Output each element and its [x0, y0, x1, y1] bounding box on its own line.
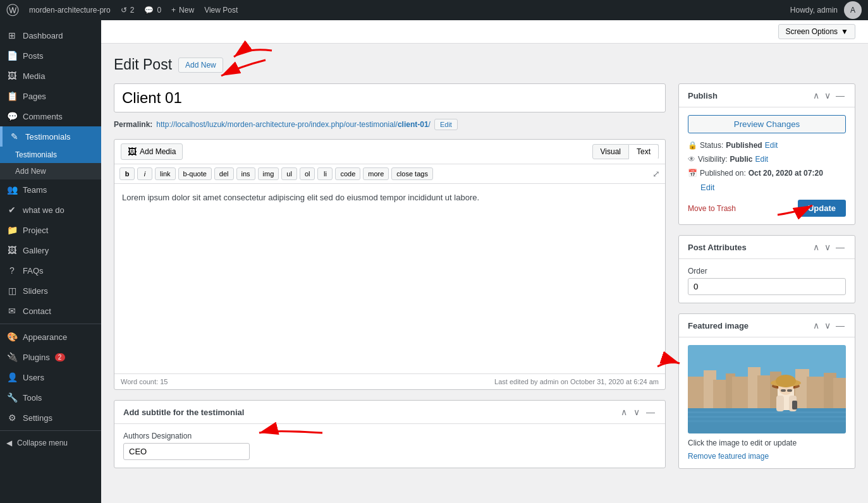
tab-visual[interactable]: Visual: [592, 144, 629, 159]
sidebar-item-dashboard[interactable]: ⊞ Dashboard: [0, 25, 101, 45]
move-to-trash-link[interactable]: Move to Trash: [688, 204, 736, 213]
toolbar-code[interactable]: code: [335, 167, 360, 180]
preview-changes-button[interactable]: Preview Changes: [688, 115, 846, 133]
publish-box-title: Publish: [688, 91, 718, 100]
update-button[interactable]: Update: [798, 200, 846, 217]
subtitle-close[interactable]: —: [645, 407, 656, 417]
permalink-url[interactable]: http://localhost/luzuk/morden-architectu…: [156, 120, 431, 129]
editor-body[interactable]: Lorem ipsum dolor sit amet consectetur a…: [114, 184, 665, 373]
toolbar-more[interactable]: more: [363, 167, 389, 180]
attributes-collapse-up[interactable]: ∧: [812, 242, 821, 252]
columns-layout: Permalink: http://localhost/luzuk/morden…: [114, 83, 855, 479]
users-icon: 👤: [6, 372, 18, 382]
sidebar-item-project[interactable]: 📁 Project: [0, 220, 101, 240]
toolbar-del[interactable]: del: [214, 167, 234, 180]
published-edit-link[interactable]: Edit: [700, 183, 714, 192]
sidebar-item-testimonials[interactable]: ✎ Testimonials: [0, 126, 101, 147]
visibility-value: Public: [730, 155, 752, 164]
sidebar-item-comments[interactable]: 💬 Comments: [0, 106, 101, 126]
visibility-row: 👁 Visibility: Public Edit: [688, 155, 846, 164]
post-attributes-box: Post Attributes ∧ ∨ — Order: [678, 235, 855, 303]
media-upload-icon: 🖼: [128, 147, 137, 157]
submenu-item-testimonials[interactable]: Testimonials: [0, 147, 101, 163]
permalink-edit-button[interactable]: Edit: [434, 119, 458, 130]
sidebar-item-gallery[interactable]: 🖼 Gallery: [0, 240, 101, 260]
toolbar-ul[interactable]: ul: [281, 167, 297, 180]
attributes-close[interactable]: —: [834, 242, 846, 252]
screen-options-bar: Screen Options ▼: [101, 20, 868, 44]
sidebar-item-sliders[interactable]: ◫ Sliders: [0, 281, 101, 301]
add-new-button[interactable]: Add New: [178, 58, 223, 73]
sidebar-item-users[interactable]: 👤 Users: [0, 367, 101, 387]
authors-designation-input[interactable]: [123, 443, 250, 460]
what-we-do-icon: ✔: [6, 205, 18, 215]
toolbar-expand-icon[interactable]: ⤢: [652, 169, 660, 179]
remove-featured-image-link[interactable]: Remove featured image: [688, 452, 769, 461]
publish-box-controls: ∧ ∨ —: [812, 90, 846, 100]
toolbar-li[interactable]: li: [317, 167, 333, 180]
gallery-icon: 🖼: [6, 245, 18, 255]
publish-box: Publish ∧ ∨ — Preview Changes 🔒 S: [678, 83, 855, 225]
revisions-link[interactable]: ↺ 2: [121, 6, 135, 15]
toolbar-close-tags[interactable]: close tags: [391, 167, 433, 180]
sidebar-item-what-we-do[interactable]: ✔ what we do: [0, 200, 101, 220]
visual-text-tabs: Visual Text: [592, 144, 659, 159]
featured-image-thumbnail[interactable]: [688, 345, 846, 433]
featured-image-body: Click the image to edit or update Remove…: [679, 337, 855, 468]
main-column: Permalink: http://localhost/luzuk/morden…: [114, 83, 666, 479]
toolbar-bquote[interactable]: b-quote: [178, 167, 212, 180]
testimonials-icon: ✎: [9, 131, 20, 142]
publish-actions: Move to Trash Update: [688, 200, 846, 217]
sidebar-item-contact[interactable]: ✉ Contact: [0, 301, 101, 321]
featured-close[interactable]: —: [834, 320, 846, 330]
view-post-link[interactable]: View Post: [204, 6, 238, 15]
publish-collapse-down[interactable]: ∨: [823, 90, 832, 100]
sidebar-item-tools[interactable]: 🔧 Tools: [0, 387, 101, 408]
attributes-collapse-down[interactable]: ∨: [823, 242, 832, 252]
visibility-label: Visibility:: [698, 155, 727, 164]
screen-options-button[interactable]: Screen Options ▼: [778, 24, 855, 39]
sidebar-item-posts[interactable]: 📄 Posts: [0, 45, 101, 66]
toolbar-ol[interactable]: ol: [300, 167, 315, 180]
toolbar-link[interactable]: link: [155, 167, 176, 180]
sidebar-item-appearance[interactable]: 🎨 Appearance: [0, 327, 101, 347]
submenu-item-add-new[interactable]: Add New: [0, 163, 101, 179]
howdy-label: Howdy, admin: [790, 6, 838, 15]
comments-menu-icon: 💬: [6, 111, 18, 121]
tab-text[interactable]: Text: [629, 144, 659, 159]
faqs-icon: ?: [6, 265, 18, 276]
order-input[interactable]: [688, 278, 846, 295]
subtitle-collapse-up[interactable]: ∧: [620, 407, 628, 417]
post-title-input[interactable]: [114, 83, 666, 112]
site-name[interactable]: morden-architecture-pro: [29, 6, 111, 15]
toolbar-img[interactable]: img: [258, 167, 279, 180]
svg-rect-15: [688, 411, 846, 413]
toolbar-bold[interactable]: b: [119, 167, 135, 180]
visibility-edit-link[interactable]: Edit: [755, 155, 768, 164]
toolbar-ins[interactable]: ins: [236, 167, 255, 180]
featured-collapse-up[interactable]: ∧: [812, 320, 821, 330]
sidebar-item-pages[interactable]: 📋 Pages: [0, 86, 101, 106]
meta-box-controls: ∧ ∨ —: [620, 407, 656, 417]
revisions-icon: ↺: [121, 6, 127, 15]
sidebar-item-media[interactable]: 🖼 Media: [0, 66, 101, 86]
subtitle-collapse-down[interactable]: ∨: [632, 407, 641, 417]
sidebar-item-faqs[interactable]: ? FAQs: [0, 260, 101, 281]
featured-collapse-down[interactable]: ∨: [823, 320, 832, 330]
comments-link[interactable]: 💬 0: [144, 6, 161, 15]
publish-close[interactable]: —: [834, 90, 846, 100]
sidebar-item-settings[interactable]: ⚙ Settings: [0, 408, 101, 428]
order-label: Order: [688, 267, 846, 276]
sidebar-item-teams[interactable]: 👥 Teams: [0, 179, 101, 200]
new-post-link[interactable]: + New: [171, 6, 194, 15]
status-icon: 🔒: [688, 141, 697, 150]
publish-collapse-up[interactable]: ∧: [812, 90, 821, 100]
status-edit-link[interactable]: Edit: [765, 141, 778, 150]
collapse-menu-item[interactable]: ◀ Collapse menu: [0, 433, 101, 452]
subtitle-meta-box-header[interactable]: Add subtitle for the testimonial ∧ ∨ —: [114, 401, 665, 424]
sidebar-item-plugins[interactable]: 🔌 Plugins 2: [0, 347, 101, 367]
add-media-button[interactable]: 🖼 Add Media: [121, 143, 183, 160]
wp-logo-icon[interactable]: ⓦ: [6, 2, 19, 19]
comments-icon: 💬: [144, 6, 154, 15]
toolbar-italic[interactable]: i: [137, 167, 152, 180]
